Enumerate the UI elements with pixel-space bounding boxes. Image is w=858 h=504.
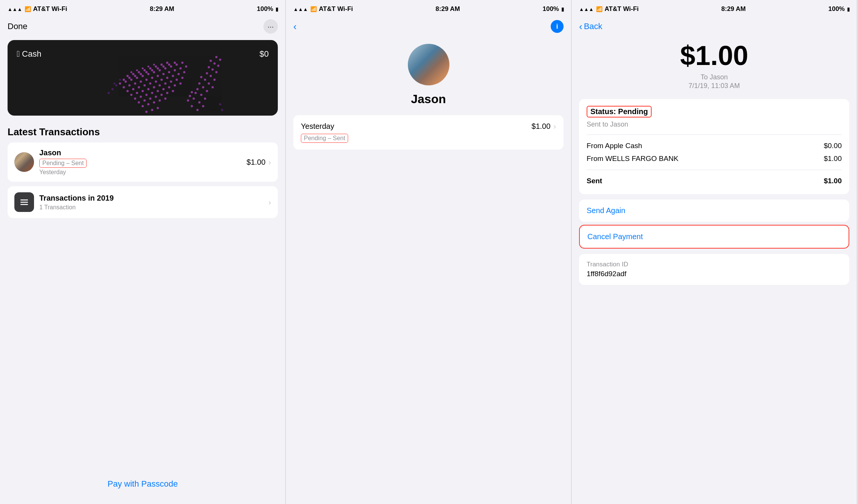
svg-point-46 [129,84,131,87]
svg-point-44 [183,71,186,73]
group-2019-subtitle: 1 Transaction [39,204,263,211]
status-right-3: 100% ▮ [829,5,849,13]
status-left-1: ▲▲▲ 📶 AT&T Wi-Fi [8,5,67,13]
svg-point-97 [193,97,195,100]
svg-point-125 [119,79,121,81]
svg-point-50 [151,77,153,79]
svg-point-4 [147,103,150,105]
contact-txn-date: Yesterday [301,122,348,131]
list-icon [19,197,29,207]
avatar-image-jason [408,44,449,85]
svg-point-110 [210,75,212,77]
svg-point-54 [174,69,176,71]
svg-point-7 [164,97,167,100]
back-button-3[interactable]: ‹ Back [579,21,602,32]
svg-point-12 [161,94,163,96]
svg-point-3 [142,105,144,107]
svg-point-18 [151,92,153,94]
contact-transaction-card[interactable]: Yesterday Pending – Sent $1.00 › [293,115,564,150]
battery-pct-3: 100% [829,5,845,13]
svg-point-92 [197,109,199,111]
back-button-2[interactable]: ‹ [293,21,297,32]
svg-point-47 [134,82,136,85]
svg-point-122 [115,84,118,87]
svg-point-72 [140,73,142,75]
label-from-apple-cash: From Apple Cash [587,142,642,150]
send-again-card[interactable]: Send Again [579,199,849,222]
transaction-name-jason: Jason [39,148,241,157]
svg-point-5 [153,101,155,104]
contact-txn-left: Yesterday Pending – Sent [301,122,348,143]
apple-cash-card:  Cash $0 [8,40,278,116]
cash-label: Cash [22,49,41,59]
svg-rect-131 [20,204,28,205]
signal-icon-2: ▲▲▲ [293,6,308,12]
status-pending-badge: Status: Pending [587,106,652,117]
svg-point-107 [191,91,193,93]
svg-point-61 [142,75,144,77]
more-button[interactable]: ··· [263,19,278,34]
time-1: 8:29 AM [150,5,174,13]
svg-point-101 [195,92,197,94]
transaction-group-2019[interactable]: Transactions in 2019 1 Transaction › [8,186,278,218]
panel-transaction-detail: ▲▲▲ 📶 AT&T Wi-Fi 8:29 AM 100% ▮ ‹ Back $… [571,0,857,504]
detail-divider-1 [587,135,842,135]
label-sent: Sent [587,177,602,185]
cancel-payment-button[interactable]: Cancel Payment [580,226,849,248]
svg-point-102 [189,95,191,97]
svg-point-25 [136,92,138,94]
svg-point-73 [146,71,148,73]
svg-point-98 [187,99,189,102]
svg-point-45 [123,86,125,88]
chevron-icon-jason: › [268,158,271,167]
svg-point-22 [174,84,176,87]
svg-point-84 [155,65,157,68]
svg-point-81 [138,71,140,73]
svg-point-10 [149,97,152,100]
wifi-icon-1: 📶 [25,6,31,12]
status-left-3: ▲▲▲ 📶 AT&T Wi-Fi [579,5,639,13]
svg-point-126 [113,83,115,85]
svg-point-77 [168,63,170,66]
status-bar-2: ▲▲▲ 📶 AT&T Wi-Fi 8:29 AM 100% ▮ [286,0,571,17]
transaction-id-card: Transaction ID 1ff8f6d92adf [579,254,849,285]
done-button[interactable]: Done [8,22,28,31]
svg-point-17 [146,94,148,96]
svg-point-120 [210,60,212,62]
svg-point-24 [130,94,133,96]
status-bar-1: ▲▲▲ 📶 AT&T Wi-Fi 8:29 AM 100% ▮ [0,0,285,17]
transaction-item-jason[interactable]: Jason Pending – Sent Yesterday $1.00 › [8,142,278,182]
svg-rect-130 [20,202,28,203]
value-from-wells-fargo: $1.00 [824,155,842,163]
detail-row-apple-cash: From Apple Cash $0.00 [587,139,842,152]
svg-point-8 [138,101,140,104]
svg-point-16 [140,96,142,98]
panel3-main: $1.00 To Jason 7/1/19, 11:03 AM Status: … [571,36,857,285]
svg-point-95 [198,101,201,104]
contact-txn-row: Yesterday Pending – Sent $1.00 › [301,122,556,143]
status-right-1: 100% ▮ [257,5,278,13]
svg-point-14 [172,90,174,92]
signal-icon-3: ▲▲▲ [579,6,594,12]
detail-divider-2 [587,170,842,170]
svg-point-63 [153,71,155,73]
apple-cash-title:  Cash [17,49,41,59]
transactions-group-icon [14,192,34,212]
svg-point-52 [163,73,165,75]
contact-txn-amount-right: $1.00 › [531,122,556,131]
svg-point-113 [206,72,208,74]
svg-point-69 [123,79,125,81]
pay-passcode-button[interactable]: Pay with Passcode [0,479,285,489]
cancel-payment-card[interactable]: Cancel Payment [579,225,849,249]
pending-sent-badge-1: Pending – Sent [39,159,87,168]
info-button[interactable]: i [551,20,564,33]
txn-id-value: 1ff8f6d92adf [587,270,842,278]
send-again-button[interactable]: Send Again [587,206,625,215]
svg-point-70 [129,77,131,79]
nav-bar-3: ‹ Back [571,17,857,36]
svg-point-93 [202,105,204,107]
svg-point-40 [161,79,163,81]
svg-point-19 [157,90,159,92]
svg-point-114 [212,68,214,71]
svg-point-51 [157,75,159,77]
